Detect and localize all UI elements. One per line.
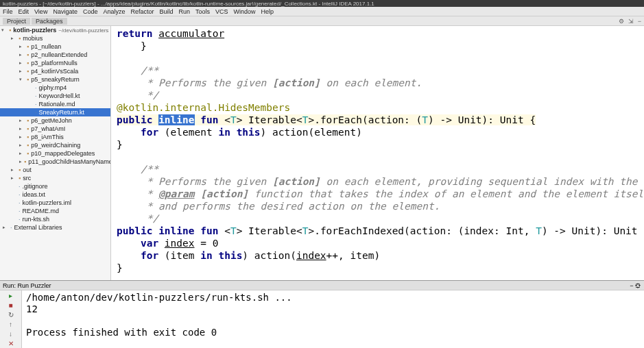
tree-item-label: p10_mappedDelegates bbox=[31, 150, 95, 157]
tree-item[interactable]: ▸▪p11_goodChildHasManyNames bbox=[0, 158, 110, 166]
file-icon: · bbox=[19, 183, 21, 190]
expand-arrow-icon[interactable]: ▸ bbox=[19, 69, 25, 74]
tree-item-label: p11_goodChildHasManyNames bbox=[28, 158, 111, 165]
tree-item[interactable]: ·SneakyReturn.kt bbox=[0, 108, 110, 116]
tree-root[interactable]: ▾ ▪ kotlin-puzzlers ~/dev/kotlin-puzzler… bbox=[0, 26, 110, 34]
run-console-output[interactable]: /home/anton/dev/kotlin-puzzlers/run-kts.… bbox=[22, 290, 644, 348]
tree-item-label: .gitignore bbox=[23, 183, 48, 190]
tree-item[interactable]: ▸▪p3_platformNulls bbox=[0, 59, 110, 67]
menu-refactor[interactable]: Refactor bbox=[130, 8, 154, 15]
expand-arrow-icon[interactable]: ▸ bbox=[19, 118, 25, 123]
menu-help[interactable]: Help bbox=[261, 8, 274, 15]
tree-item[interactable]: ·kotlin-puzzlers.iml bbox=[0, 199, 110, 207]
folder-icon: ▪ bbox=[9, 27, 11, 34]
file-icon: · bbox=[19, 208, 21, 214]
expand-arrow-icon[interactable]: ▸ bbox=[11, 167, 16, 173]
expand-arrow-icon[interactable]: ▸ bbox=[19, 44, 25, 49]
file-icon: · bbox=[19, 216, 21, 223]
tree-item[interactable]: ▸▪mobius bbox=[0, 34, 110, 42]
tree-item-label: out bbox=[23, 166, 32, 173]
up-icon[interactable]: ↑ bbox=[7, 321, 15, 329]
menu-vcs[interactable]: VCS bbox=[215, 8, 228, 15]
tree-item-label: External Libraries bbox=[14, 224, 62, 231]
folder-icon: ▪ bbox=[19, 175, 21, 182]
tree-item[interactable]: ·ideas.txt bbox=[0, 190, 110, 199]
expand-arrow-icon[interactable]: ▸ bbox=[3, 225, 8, 230]
tree-item[interactable]: ·.gitignore bbox=[0, 182, 110, 190]
expand-arrow-icon[interactable]: ▸ bbox=[19, 159, 22, 164]
tree-item-label: p8_iAmThis bbox=[31, 134, 64, 140]
tree-item[interactable]: ·KeywordHell.kt bbox=[0, 92, 110, 100]
expand-arrow-icon[interactable]: ▾ bbox=[19, 77, 25, 82]
tree-item[interactable]: ▸·External Libraries bbox=[0, 223, 110, 232]
file-icon: · bbox=[35, 101, 37, 108]
gear-icon[interactable]: ⚙ bbox=[619, 18, 624, 25]
tree-item[interactable]: ▾▪p5_sneakyReturn bbox=[0, 75, 110, 84]
tree-item[interactable]: ▸▪p2_nulleanExtended bbox=[0, 51, 110, 59]
tree-item[interactable]: ·run-kts.sh bbox=[0, 215, 110, 223]
window-titlebar: kotlin-puzzlers - [~/dev/kotlin-puzzlers… bbox=[0, 0, 644, 7]
menu-view[interactable]: View bbox=[34, 8, 47, 15]
tree-item-label: p2_nulleanExtended bbox=[31, 51, 87, 58]
code-editor-area: return accumulator } /** * Performs the … bbox=[111, 26, 644, 280]
expand-arrow-icon[interactable]: ▸ bbox=[19, 126, 25, 132]
project-tree[interactable]: ▾ ▪ kotlin-puzzlers ~/dev/kotlin-puzzler… bbox=[0, 26, 111, 280]
packages-tab[interactable]: Packages bbox=[32, 18, 67, 25]
restart-icon[interactable]: ↻ bbox=[7, 311, 15, 319]
tree-item[interactable]: ·README.md bbox=[0, 207, 110, 215]
menu-build[interactable]: Build bbox=[159, 8, 173, 15]
tree-item[interactable]: ▸▪out bbox=[0, 166, 110, 174]
menu-edit[interactable]: Edit bbox=[19, 8, 29, 15]
tree-item-label: SneakyReturn.kt bbox=[39, 109, 85, 116]
run-tab-label: Run: bbox=[3, 282, 16, 289]
file-icon: · bbox=[35, 109, 37, 116]
file-icon: · bbox=[35, 84, 37, 91]
tree-item[interactable]: ▸▪p10_mappedDelegates bbox=[0, 149, 110, 158]
tree-item-label: p9_weirdChaining bbox=[31, 142, 80, 149]
tree-item-label: Rationale.md bbox=[39, 101, 75, 108]
lib-icon: · bbox=[10, 224, 12, 231]
menu-file[interactable]: File bbox=[3, 8, 13, 15]
run-toolbar: ▸ ■ ↻ ↑ ↓ ✕ bbox=[0, 290, 22, 348]
folder-icon: ▪ bbox=[27, 125, 29, 132]
menu-code[interactable]: Code bbox=[83, 8, 98, 15]
tree-item[interactable]: ·giphy.mp4 bbox=[0, 84, 110, 92]
menu-navigate[interactable]: Navigate bbox=[53, 8, 77, 15]
tree-item[interactable]: ▸▪p6_getMeJohn bbox=[0, 116, 110, 125]
menu-run[interactable]: Run bbox=[179, 8, 191, 15]
menu-tools[interactable]: Tools bbox=[195, 8, 210, 15]
expand-arrow-icon[interactable]: ▾ bbox=[1, 27, 7, 33]
code-editor[interactable]: return accumulator } /** * Performs the … bbox=[111, 26, 644, 280]
close-icon[interactable]: ⯐ bbox=[633, 282, 641, 289]
down-icon[interactable]: ↓ bbox=[7, 330, 15, 338]
tree-item-label: run-kts.sh bbox=[23, 216, 50, 223]
folder-icon: ▪ bbox=[27, 150, 29, 157]
expand-arrow-icon[interactable]: ▸ bbox=[11, 175, 16, 181]
stop-icon[interactable]: ■ bbox=[7, 301, 15, 310]
rerun-icon[interactable]: ▸ bbox=[7, 292, 15, 300]
main-menubar: File Edit View Navigate Code Analyze Ref… bbox=[0, 7, 644, 16]
tree-item[interactable]: ▸▪p1_nullean bbox=[0, 42, 110, 51]
expand-arrow-icon[interactable]: ▸ bbox=[19, 142, 25, 148]
tree-item[interactable]: ·Rationale.md bbox=[0, 100, 110, 108]
expand-arrow-icon[interactable]: ▸ bbox=[19, 134, 25, 140]
menu-window[interactable]: Window bbox=[234, 8, 256, 15]
tree-item[interactable]: ▸▪p9_weirdChaining bbox=[0, 141, 110, 149]
tree-item-label: ideas.txt bbox=[23, 191, 46, 198]
expand-arrow-icon[interactable]: ▸ bbox=[19, 52, 25, 58]
tree-item[interactable]: ▸▪p7_whatAmI bbox=[0, 125, 110, 133]
tree-item[interactable]: ▸▪p8_iAmThis bbox=[0, 133, 110, 141]
hide-icon[interactable]: − bbox=[638, 18, 641, 25]
expand-arrow-icon[interactable]: ▸ bbox=[19, 60, 25, 66]
run-config-name[interactable]: Run Puzzler bbox=[18, 282, 51, 289]
expand-arrow-icon[interactable]: ▸ bbox=[19, 151, 25, 156]
tree-item-label: mobius bbox=[23, 35, 43, 42]
expand-arrow-icon[interactable]: ▸ bbox=[11, 36, 16, 41]
collapse-icon[interactable]: ⇲ bbox=[628, 18, 634, 25]
tree-item-label: src bbox=[23, 175, 31, 182]
tree-item[interactable]: ▸▪p4_kotlinVsScala bbox=[0, 67, 110, 75]
tree-item[interactable]: ▸▪src bbox=[0, 174, 110, 182]
delete-icon[interactable]: ✕ bbox=[7, 340, 15, 348]
project-tab[interactable]: Project bbox=[3, 18, 30, 25]
menu-analyze[interactable]: Analyze bbox=[103, 8, 125, 15]
